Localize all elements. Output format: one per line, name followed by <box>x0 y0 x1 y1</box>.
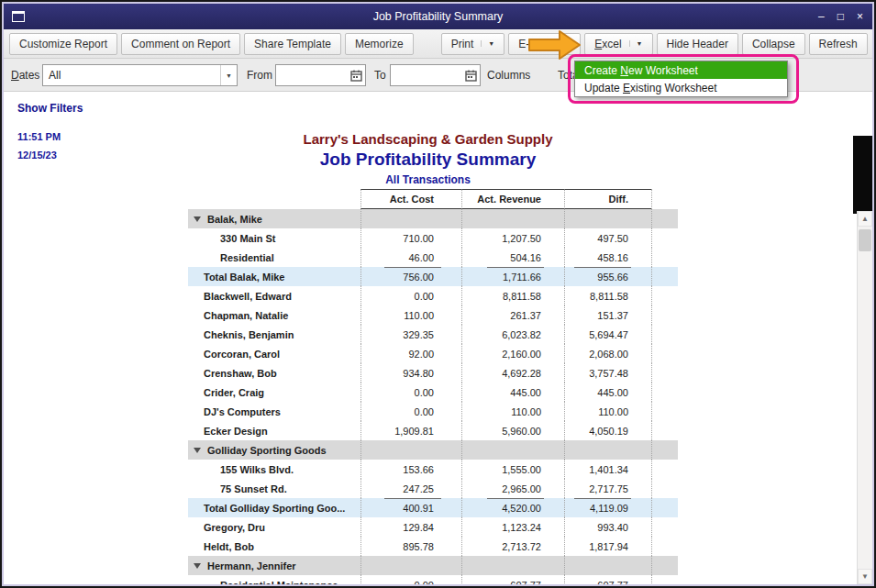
row-name: Residential <box>220 252 274 263</box>
menu-item-label: Create New Worksheet <box>584 64 698 77</box>
row-cost: 0.00 <box>360 383 461 402</box>
collapse-triangle[interactable] <box>194 216 201 222</box>
toolbar-button-comment-on-report[interactable]: Comment on Report <box>121 33 240 55</box>
toolbar-button-hide-header[interactable]: Hide Header <box>657 33 738 55</box>
dates-label: Dates <box>11 69 39 82</box>
table-row: Golliday Sporting Goods <box>188 440 678 460</box>
row-diff: 993.40 <box>564 517 651 537</box>
row-diff: 445.00 <box>564 383 651 402</box>
row-name: Crider, Craig <box>204 387 264 398</box>
row-revenue: 1,711.66 <box>461 267 564 286</box>
minimize-button[interactable]: – <box>818 9 825 24</box>
toolbar-button-e-mail[interactable]: E-mail ▼ <box>508 33 581 55</box>
scroll-down-arrow-icon[interactable]: ▼ <box>858 569 872 584</box>
row-name: Cheknis, Benjamin <box>204 329 294 340</box>
row-diff: 4,050.19 <box>564 421 651 440</box>
dates-dropdown[interactable]: All ▼ <box>42 64 238 86</box>
collapse-triangle[interactable] <box>194 563 201 569</box>
from-date-input[interactable] <box>276 69 347 82</box>
table-row: Gregory, Dru 129.84 1,123.24 993.40 <box>188 517 678 537</box>
row-name: Gregory, Dru <box>204 522 265 533</box>
row-diff: 2,068.00 <box>564 344 651 363</box>
row-diff: 151.37 <box>564 305 651 325</box>
report-table-body: Balak, Mike 330 Main St 710.00 1,207.50 … <box>188 209 678 584</box>
table-row: Crenshaw, Bob 934.80 4,692.28 3,757.48 <box>188 363 678 383</box>
chevron-down-icon: ▼ <box>564 40 571 47</box>
row-name: Total Golliday Sporting Goo... <box>204 503 345 514</box>
scrollbar-thumb[interactable] <box>859 229 871 251</box>
toolbar-button-customize-report[interactable]: Customize Report <box>9 33 117 55</box>
report-area: Show Filters 11:51 PM 12/15/23 Larry's L… <box>4 92 872 584</box>
toolbar-button-label: Collapse <box>752 38 795 50</box>
row-cost: 1,909.81 <box>360 421 461 440</box>
vertical-scrollbar[interactable]: ▲ ▼ <box>857 211 872 584</box>
toolbar-button-label: Refresh <box>819 38 858 50</box>
row-diff: 607.77 <box>564 575 651 584</box>
row-name: DJ's Computers <box>204 406 281 417</box>
dates-dropdown-arrow[interactable]: ▼ <box>220 65 237 85</box>
maximize-button[interactable]: □ <box>837 9 844 24</box>
close-button[interactable]: × <box>857 9 863 24</box>
report-subtitle: All Transactions <box>4 173 852 186</box>
toolbar-button-print[interactable]: Print ▼ <box>441 33 505 55</box>
row-diff: 3,757.48 <box>564 363 651 383</box>
table-row: Crider, Craig 0.00 445.00 445.00 <box>188 383 678 402</box>
window-title: Job Profitability Summary <box>4 10 872 23</box>
scroll-up-arrow-icon[interactable]: ▲ <box>858 211 872 227</box>
chevron-down-icon: ▼ <box>226 72 232 79</box>
table-row: Residential Maintenance 0.00 607.77 607.… <box>188 575 678 584</box>
toolbar-button-label: Customize Report <box>19 38 107 50</box>
row-diff: 458.16 <box>564 248 651 267</box>
row-diff: 2,717.75 <box>564 479 651 498</box>
row-diff <box>564 440 651 460</box>
menu-item[interactable]: Create New Worksheet <box>575 61 787 79</box>
row-revenue: 504.16 <box>461 248 564 267</box>
toolbar-button-excel[interactable]: Excel ▼ <box>584 33 652 55</box>
table-row: Residential 46.00 504.16 458.16 <box>188 248 678 267</box>
toolbar-button-share-template[interactable]: Share Template <box>244 33 341 55</box>
row-diff: 4,119.09 <box>564 498 651 517</box>
calendar-icon[interactable] <box>347 65 365 85</box>
row-name: 155 Wilks Blvd. <box>220 464 294 475</box>
row-revenue: 6,023.82 <box>461 325 564 344</box>
menu-item[interactable]: Update Existing Worksheet <box>575 79 787 96</box>
row-name: Total Balak, Mike <box>204 272 284 283</box>
row-name: Blackwell, Edward <box>204 291 292 302</box>
excel-dropdown-menu: Create New Worksheet Update Existing Wor… <box>574 61 788 97</box>
row-revenue <box>461 556 564 575</box>
show-filters-link[interactable]: Show Filters <box>17 102 83 115</box>
calendar-icon[interactable] <box>461 65 480 85</box>
table-row: Blackwell, Edward 0.00 8,811.58 8,811.58 <box>188 286 678 305</box>
header-name-column <box>188 189 360 209</box>
toolbar-button-label: E-mail <box>518 38 549 50</box>
row-diff: 955.66 <box>564 267 651 286</box>
row-diff: 110.00 <box>564 402 651 421</box>
dropdown-arrow-zone[interactable]: ▼ <box>557 40 571 47</box>
row-cost: 247.25 <box>360 479 461 498</box>
row-name: 75 Sunset Rd. <box>220 483 287 494</box>
toolbar-button-collapse[interactable]: Collapse <box>742 33 805 55</box>
row-revenue: 261.37 <box>461 305 564 325</box>
toolbar-button-label: Print <box>451 38 474 50</box>
collapse-triangle[interactable] <box>194 448 201 453</box>
report-table-header: Act. Cost Act. Revenue Diff. <box>188 189 678 209</box>
row-diff <box>564 556 651 575</box>
dropdown-arrow-zone[interactable]: ▼ <box>481 40 494 47</box>
row-revenue: 4,520.00 <box>461 498 564 517</box>
row-revenue: 1,555.00 <box>461 460 564 479</box>
row-cost: 46.00 <box>360 248 461 267</box>
row-name: Corcoran, Carol <box>204 349 280 360</box>
table-row: DJ's Computers 0.00 110.00 110.00 <box>188 402 678 421</box>
table-row: Balak, Mike <box>188 209 678 228</box>
from-label: From <box>247 69 272 82</box>
header-spacer <box>651 189 676 209</box>
chevron-down-icon: ▼ <box>637 40 643 47</box>
table-row: Corcoran, Carol 92.00 2,160.00 2,068.00 <box>188 344 678 363</box>
dropdown-arrow-zone[interactable]: ▼ <box>629 40 643 47</box>
row-cost <box>360 556 461 575</box>
to-date-input[interactable] <box>391 69 461 82</box>
toolbar-button-label: Excel <box>594 38 621 50</box>
toolbar-button-refresh[interactable]: Refresh <box>809 33 868 55</box>
row-name: Chapman, Natalie <box>204 310 288 321</box>
toolbar-button-memorize[interactable]: Memorize <box>345 33 414 55</box>
